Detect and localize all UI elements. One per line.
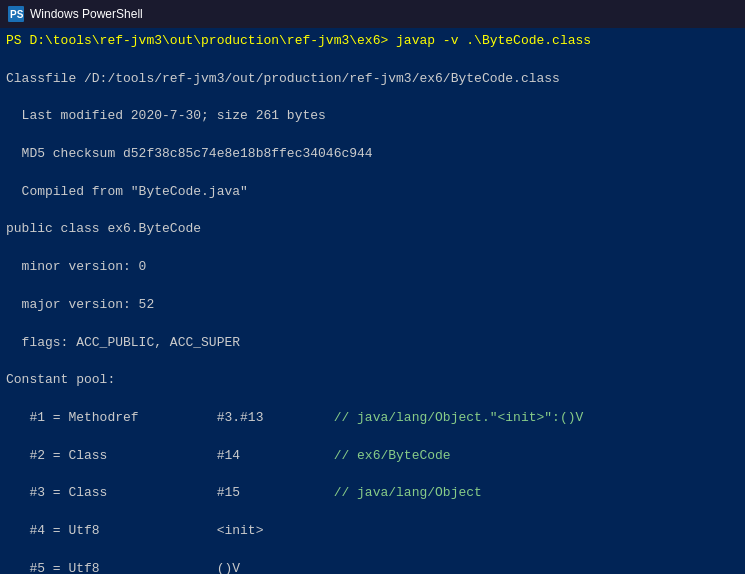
powershell-window: PS Windows PowerShell PS D:\tools\ref-jv… (0, 0, 745, 574)
svg-text:PS: PS (10, 9, 24, 20)
title-bar: PS Windows PowerShell (0, 0, 745, 28)
terminal-line: Constant pool: (6, 371, 739, 390)
terminal-line: Compiled from "ByteCode.java" (6, 183, 739, 202)
terminal-line: minor version: 0 (6, 258, 739, 277)
terminal-body[interactable]: PS D:\tools\ref-jvm3\out\production\ref-… (0, 28, 745, 574)
terminal-line: Last modified 2020-7-30; size 261 bytes (6, 107, 739, 126)
terminal-line: #4 = Utf8 <init> (6, 522, 739, 541)
terminal-line: PS D:\tools\ref-jvm3\out\production\ref-… (6, 32, 739, 51)
terminal-line: #2 = Class #14 // ex6/ByteCode (6, 447, 739, 466)
terminal-line: major version: 52 (6, 296, 739, 315)
terminal-line: flags: ACC_PUBLIC, ACC_SUPER (6, 334, 739, 353)
terminal-line: Classfile /D:/tools/ref-jvm3/out/product… (6, 70, 739, 89)
terminal-line: #1 = Methodref #3.#13 // java/lang/Objec… (6, 409, 739, 428)
terminal-line: MD5 checksum d52f38c85c74e8e18b8ffec3404… (6, 145, 739, 164)
terminal-line: #5 = Utf8 ()V (6, 560, 739, 574)
terminal-line: #3 = Class #15 // java/lang/Object (6, 484, 739, 503)
terminal-line: public class ex6.ByteCode (6, 220, 739, 239)
window-title: Windows PowerShell (30, 7, 737, 21)
powershell-icon: PS (8, 6, 24, 22)
